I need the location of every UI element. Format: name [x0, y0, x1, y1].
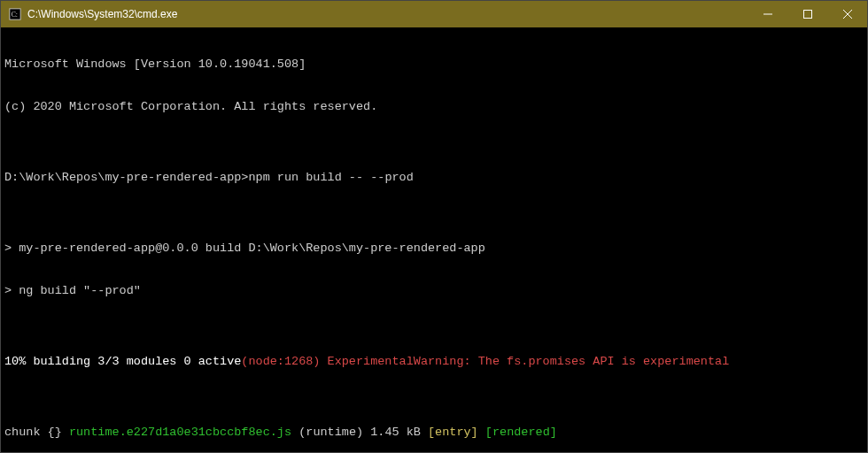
window-title: C:\Windows\System32\cmd.exe	[27, 8, 177, 20]
svg-rect-3	[803, 11, 811, 19]
output-line: > ng build "--prod"	[4, 284, 864, 298]
command-text: npm run build -- --prod	[248, 171, 413, 184]
chunk-size: (runtime) 1.45 kB	[291, 426, 428, 439]
svg-text:C:: C:	[12, 11, 18, 19]
chunk-status: [rendered]	[485, 426, 557, 439]
maximize-icon	[803, 10, 812, 19]
minimize-icon	[763, 10, 772, 19]
output-line: > my-pre-rendered-app@0.0.0 build D:\Wor…	[4, 242, 864, 256]
output-line: 10% building 3/3 modules 0 active(node:1…	[4, 355, 864, 369]
chunk-file: runtime.e227d1a0e31cbccbf8ec.js	[69, 426, 291, 439]
prompt-path: D:\Work\Repos\my-pre-rendered-app>	[4, 171, 248, 184]
output-line: Microsoft Windows [Version 10.0.19041.50…	[4, 58, 864, 72]
close-icon	[843, 10, 852, 19]
close-button[interactable]	[827, 1, 867, 27]
chunk-prefix: chunk {}	[4, 426, 69, 439]
titlebar[interactable]: C: C:\Windows\System32\cmd.exe	[1, 1, 867, 27]
minimize-button[interactable]	[748, 1, 787, 27]
cmd-window: C: C:\Windows\System32\cmd.exe Microsoft…	[0, 0, 868, 453]
output-line: (c) 2020 Microsoft Corporation. All righ…	[4, 100, 864, 114]
chunk-tag: [entry]	[428, 426, 478, 439]
chunk-line: chunk {} runtime.e227d1a0e31cbccbf8ec.js…	[4, 426, 864, 440]
cmd-icon: C:	[8, 7, 22, 21]
maximize-button[interactable]	[787, 1, 827, 27]
build-progress: 10% building 3/3 modules 0 active	[4, 355, 241, 368]
build-warning: (node:1268) ExperimentalWarning: The fs.…	[241, 355, 729, 368]
terminal-output[interactable]: Microsoft Windows [Version 10.0.19041.50…	[1, 27, 867, 452]
prompt-line: D:\Work\Repos\my-pre-rendered-app>npm ru…	[4, 171, 864, 185]
